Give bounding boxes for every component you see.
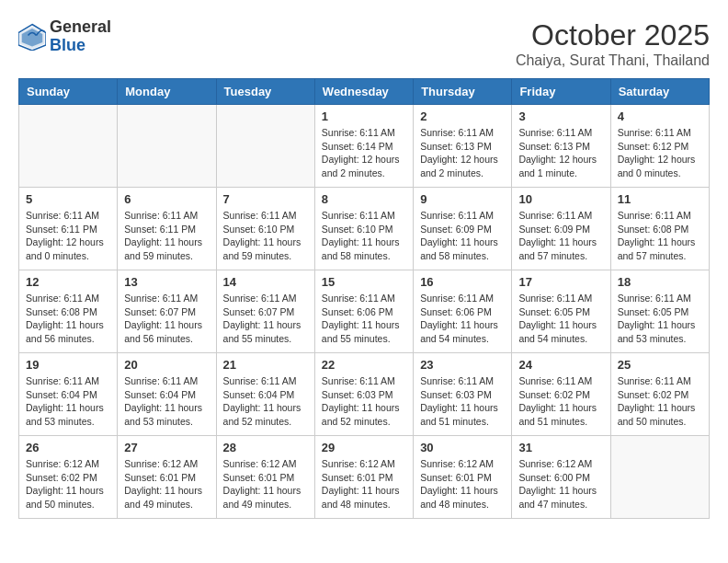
location-subtitle: Chaiya, Surat Thani, Thailand	[516, 52, 710, 69]
day-info: Sunrise: 6:11 AM Sunset: 6:08 PM Dayligh…	[26, 292, 110, 346]
calendar-cell: 1Sunrise: 6:11 AM Sunset: 6:14 PM Daylig…	[314, 105, 413, 188]
calendar-cell: 22Sunrise: 6:11 AM Sunset: 6:03 PM Dayli…	[314, 353, 413, 436]
week-row: 1Sunrise: 6:11 AM Sunset: 6:14 PM Daylig…	[19, 105, 710, 188]
day-info: Sunrise: 6:11 AM Sunset: 6:13 PM Dayligh…	[420, 126, 505, 180]
day-info: Sunrise: 6:11 AM Sunset: 6:08 PM Dayligh…	[618, 209, 702, 263]
day-info: Sunrise: 6:12 AM Sunset: 6:01 PM Dayligh…	[420, 457, 505, 511]
weekday-header: Friday	[512, 79, 610, 105]
weekday-header: Tuesday	[216, 79, 314, 105]
calendar-cell: 4Sunrise: 6:11 AM Sunset: 6:12 PM Daylig…	[610, 105, 709, 188]
month-title: October 2025	[516, 18, 710, 52]
day-info: Sunrise: 6:11 AM Sunset: 6:13 PM Dayligh…	[518, 126, 603, 180]
day-number: 19	[26, 358, 110, 372]
day-number: 31	[518, 441, 603, 454]
calendar-cell: 10Sunrise: 6:11 AM Sunset: 6:09 PM Dayli…	[512, 188, 610, 270]
calendar-cell: 24Sunrise: 6:11 AM Sunset: 6:02 PM Dayli…	[512, 353, 610, 436]
day-info: Sunrise: 6:11 AM Sunset: 6:06 PM Dayligh…	[420, 292, 505, 346]
day-info: Sunrise: 6:11 AM Sunset: 6:14 PM Dayligh…	[322, 126, 406, 180]
calendar-cell: 26Sunrise: 6:12 AM Sunset: 6:02 PM Dayli…	[19, 436, 118, 519]
day-info: Sunrise: 6:11 AM Sunset: 6:06 PM Dayligh…	[322, 292, 406, 346]
day-info: Sunrise: 6:11 AM Sunset: 6:03 PM Dayligh…	[420, 374, 505, 429]
day-number: 20	[124, 358, 209, 372]
calendar-cell: 16Sunrise: 6:11 AM Sunset: 6:06 PM Dayli…	[414, 270, 512, 353]
day-number: 21	[223, 358, 308, 372]
calendar-cell: 6Sunrise: 6:11 AM Sunset: 6:11 PM Daylig…	[118, 188, 216, 270]
weekday-header: Sunday	[19, 79, 118, 105]
week-row: 26Sunrise: 6:12 AM Sunset: 6:02 PM Dayli…	[19, 436, 710, 519]
calendar-cell: 15Sunrise: 6:11 AM Sunset: 6:06 PM Dayli…	[314, 270, 413, 353]
calendar-cell: 9Sunrise: 6:11 AM Sunset: 6:09 PM Daylig…	[414, 188, 512, 270]
day-number: 22	[322, 358, 406, 372]
day-info: Sunrise: 6:11 AM Sunset: 6:07 PM Dayligh…	[124, 292, 209, 346]
week-row: 5Sunrise: 6:11 AM Sunset: 6:11 PM Daylig…	[19, 188, 710, 270]
weekday-header: Wednesday	[314, 79, 413, 105]
day-number: 29	[322, 441, 406, 454]
day-number: 23	[420, 358, 505, 372]
day-number: 10	[518, 192, 603, 206]
calendar-cell: 30Sunrise: 6:12 AM Sunset: 6:01 PM Dayli…	[414, 436, 512, 519]
calendar-cell: 11Sunrise: 6:11 AM Sunset: 6:08 PM Dayli…	[610, 188, 709, 270]
calendar-cell: 7Sunrise: 6:11 AM Sunset: 6:10 PM Daylig…	[216, 188, 314, 270]
day-info: Sunrise: 6:11 AM Sunset: 6:05 PM Dayligh…	[618, 292, 702, 346]
day-info: Sunrise: 6:11 AM Sunset: 6:09 PM Dayligh…	[420, 209, 505, 263]
day-number: 28	[223, 441, 308, 454]
calendar-cell: 31Sunrise: 6:12 AM Sunset: 6:00 PM Dayli…	[512, 436, 610, 519]
day-number: 26	[26, 441, 110, 454]
calendar-cell: 2Sunrise: 6:11 AM Sunset: 6:13 PM Daylig…	[414, 105, 512, 188]
logo-text: General Blue	[50, 18, 111, 55]
day-number: 6	[124, 192, 209, 206]
day-number: 12	[26, 275, 110, 289]
day-number: 14	[223, 275, 308, 289]
day-info: Sunrise: 6:11 AM Sunset: 6:05 PM Dayligh…	[518, 292, 603, 346]
day-number: 17	[518, 275, 603, 289]
day-info: Sunrise: 6:11 AM Sunset: 6:07 PM Dayligh…	[223, 292, 308, 346]
day-number: 9	[420, 192, 505, 206]
day-number: 2	[420, 109, 505, 123]
day-info: Sunrise: 6:11 AM Sunset: 6:10 PM Dayligh…	[322, 209, 406, 263]
calendar-cell: 3Sunrise: 6:11 AM Sunset: 6:13 PM Daylig…	[512, 105, 610, 188]
calendar-cell	[216, 105, 314, 188]
weekday-header: Monday	[118, 79, 216, 105]
calendar-cell: 28Sunrise: 6:12 AM Sunset: 6:01 PM Dayli…	[216, 436, 314, 519]
calendar-cell	[19, 105, 118, 188]
calendar-cell: 13Sunrise: 6:11 AM Sunset: 6:07 PM Dayli…	[118, 270, 216, 353]
day-number: 24	[518, 358, 603, 372]
day-info: Sunrise: 6:12 AM Sunset: 6:00 PM Dayligh…	[518, 457, 603, 511]
day-number: 27	[124, 441, 209, 454]
day-info: Sunrise: 6:11 AM Sunset: 6:10 PM Dayligh…	[223, 209, 308, 263]
day-info: Sunrise: 6:11 AM Sunset: 6:03 PM Dayligh…	[322, 374, 406, 429]
day-number: 11	[618, 192, 702, 206]
weekday-header-row: SundayMondayTuesdayWednesdayThursdayFrid…	[19, 79, 710, 105]
day-number: 3	[518, 109, 603, 123]
page-header: General Blue October 2025 Chaiya, Surat …	[18, 18, 710, 69]
week-row: 12Sunrise: 6:11 AM Sunset: 6:08 PM Dayli…	[19, 270, 710, 353]
day-number: 18	[618, 275, 702, 289]
day-info: Sunrise: 6:11 AM Sunset: 6:11 PM Dayligh…	[124, 209, 209, 263]
day-number: 5	[26, 192, 110, 206]
day-info: Sunrise: 6:12 AM Sunset: 6:02 PM Dayligh…	[26, 457, 110, 511]
day-info: Sunrise: 6:11 AM Sunset: 6:12 PM Dayligh…	[618, 126, 702, 180]
day-number: 16	[420, 275, 505, 289]
day-info: Sunrise: 6:11 AM Sunset: 6:04 PM Dayligh…	[124, 374, 209, 429]
day-number: 30	[420, 441, 505, 454]
calendar-cell: 8Sunrise: 6:11 AM Sunset: 6:10 PM Daylig…	[314, 188, 413, 270]
day-info: Sunrise: 6:11 AM Sunset: 6:02 PM Dayligh…	[518, 374, 603, 429]
day-info: Sunrise: 6:11 AM Sunset: 6:04 PM Dayligh…	[223, 374, 308, 429]
day-number: 4	[618, 109, 702, 123]
weekday-header: Thursday	[414, 79, 512, 105]
calendar-cell: 27Sunrise: 6:12 AM Sunset: 6:01 PM Dayli…	[118, 436, 216, 519]
calendar-cell: 19Sunrise: 6:11 AM Sunset: 6:04 PM Dayli…	[19, 353, 118, 436]
day-info: Sunrise: 6:12 AM Sunset: 6:01 PM Dayligh…	[124, 457, 209, 511]
calendar-cell: 18Sunrise: 6:11 AM Sunset: 6:05 PM Dayli…	[610, 270, 709, 353]
calendar-cell: 23Sunrise: 6:11 AM Sunset: 6:03 PM Dayli…	[414, 353, 512, 436]
calendar-cell: 5Sunrise: 6:11 AM Sunset: 6:11 PM Daylig…	[19, 188, 118, 270]
day-number: 15	[322, 275, 406, 289]
calendar-cell: 29Sunrise: 6:12 AM Sunset: 6:01 PM Dayli…	[314, 436, 413, 519]
day-info: Sunrise: 6:11 AM Sunset: 6:11 PM Dayligh…	[26, 209, 110, 263]
day-number: 8	[322, 192, 406, 206]
calendar-table: SundayMondayTuesdayWednesdayThursdayFrid…	[18, 78, 710, 519]
logo: General Blue	[18, 18, 111, 55]
day-number: 7	[223, 192, 308, 206]
calendar-cell: 21Sunrise: 6:11 AM Sunset: 6:04 PM Dayli…	[216, 353, 314, 436]
calendar-cell: 14Sunrise: 6:11 AM Sunset: 6:07 PM Dayli…	[216, 270, 314, 353]
